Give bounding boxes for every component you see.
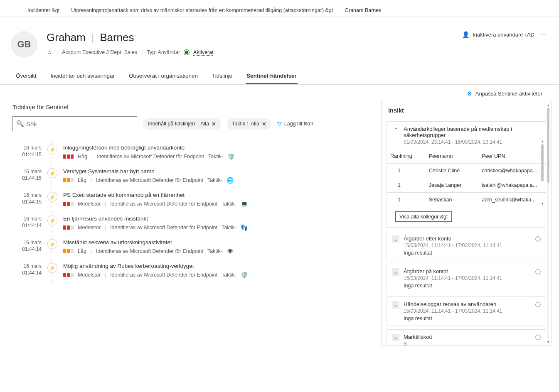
tactic-label: Taktik- bbox=[207, 177, 222, 183]
timeline-item-meta: Medelstor|Identifieras av Microsoft Defe… bbox=[63, 272, 372, 278]
detection-source: Identifieras av Microsoft Defender för E… bbox=[110, 201, 217, 207]
info-icon[interactable]: ⓘ bbox=[535, 268, 541, 276]
page-title: Graham | Barnes bbox=[47, 31, 453, 44]
search-input[interactable] bbox=[12, 116, 137, 131]
timeline-item[interactable]: 16 mars01:44:15⚡Verktyget Sysinternals h… bbox=[12, 164, 372, 188]
timeline-node: ⚡ bbox=[47, 192, 58, 202]
insight-card: ⌄Åtgärder efter konto15/03/2024, 11:14:4… bbox=[387, 231, 546, 260]
breadcrumb-incidents[interactable]: Incidenter &gt bbox=[27, 7, 59, 13]
table-row[interactable]: 1Christie Clinechristiec@whakapapa... bbox=[387, 164, 546, 178]
severity-label: Medelstor bbox=[78, 225, 101, 230]
tactic-label: Taktik- bbox=[222, 201, 236, 207]
scroll-down-icon[interactable]: ▾ bbox=[540, 201, 544, 206]
filter-pill-content-value: Alla bbox=[200, 121, 209, 127]
scroll-up-icon[interactable]: ▴ bbox=[540, 139, 544, 143]
col-upn[interactable]: Peer UPN bbox=[478, 149, 546, 164]
chevron-down-icon[interactable]: ⌄ bbox=[392, 301, 399, 309]
peers-scrollbar[interactable]: ▴ ▾ bbox=[541, 139, 544, 206]
timeline-node: ⚡ bbox=[47, 239, 58, 249]
customize-activities-button[interactable]: Anpassa Sentinel-aktiviteter bbox=[475, 91, 542, 97]
tabs: Översikt Incidenter och aviseringar Obse… bbox=[0, 58, 559, 85]
insight-card-title: Åtgärder efter konto bbox=[404, 235, 531, 242]
tactic-label: Taktik- bbox=[207, 248, 222, 254]
scroll-thumb[interactable] bbox=[547, 108, 549, 183]
timeline-item-title: Möjlig användning av Rubes kerberoasting… bbox=[63, 263, 372, 269]
chevron-down-icon[interactable]: ⌄ bbox=[392, 268, 399, 276]
bolt-icon: ⚡ bbox=[47, 192, 57, 202]
filter-pill-content[interactable]: Innehåll på tidslinjen : Alla ✕ bbox=[143, 118, 221, 130]
scroll-up-icon[interactable]: ▴ bbox=[546, 103, 550, 107]
insight-panel: Insikt ⌃ Användarkolleger baserade på me… bbox=[381, 101, 552, 346]
severity-label: Medelstor bbox=[78, 272, 101, 278]
col-rank[interactable]: Rankning bbox=[387, 149, 426, 164]
insight-card-range: S bbox=[404, 341, 531, 346]
detection-source: Identifieras av Microsoft Defender för E… bbox=[110, 272, 217, 278]
user-disable-icon: 👤 bbox=[462, 31, 469, 38]
timeline-item-meta: Hög|Identifieras av Microsoft Defender f… bbox=[63, 153, 372, 160]
peers-card-range: 01/03/2024, 23:14:41 - 16/03/2024, 23:14… bbox=[404, 139, 541, 145]
timeline-date: 16 mars01:44:15 bbox=[12, 145, 42, 158]
status-link[interactable]: Aktiverat bbox=[193, 49, 214, 55]
timeline-item-meta: Låg|Identifieras av Microsoft Defender f… bbox=[63, 248, 372, 255]
role-text: Account Executive J Dept. Sales bbox=[62, 49, 137, 55]
timeline-item[interactable]: 16 mars01:44:14⚡Möjlig användning av Rub… bbox=[12, 259, 372, 282]
filter-pill-tactic-clear[interactable]: ✕ bbox=[262, 121, 266, 127]
info-icon[interactable]: ⓘ bbox=[535, 301, 541, 309]
severity-icon bbox=[63, 273, 74, 277]
insight-card: ⌄Händelseloggar rensas av användaren15/0… bbox=[387, 296, 546, 326]
tactic-icon: 👣 bbox=[241, 224, 248, 231]
info-icon[interactable]: ⓘ bbox=[535, 334, 541, 341]
gear-icon: ⚙ bbox=[467, 91, 472, 97]
add-filter-button[interactable]: ▽ Lägg till filter bbox=[277, 120, 313, 127]
severity-icon bbox=[63, 249, 74, 253]
breadcrumb-incident-name[interactable]: Utpressningstrojanattack som drivs av mä… bbox=[71, 7, 333, 13]
scroll-thumb[interactable] bbox=[541, 144, 544, 181]
timeline-item[interactable]: 16 mars01:44:15⚡Inloggningsförsök med be… bbox=[12, 140, 372, 164]
cell-name: Jesaja Langer bbox=[426, 178, 478, 193]
chevron-up-icon[interactable]: ⌃ bbox=[392, 126, 399, 133]
table-row[interactable]: 1Sebastianadm_seullric@whaka... bbox=[387, 193, 546, 207]
severity-label: Hög bbox=[78, 154, 87, 159]
tab-incidents[interactable]: Incidenter och aviseringar bbox=[50, 73, 116, 84]
insight-scrollbar[interactable]: ▴ ▾ bbox=[546, 103, 550, 344]
severity-icon bbox=[63, 225, 74, 230]
cell-name: Sebastian bbox=[426, 193, 478, 207]
timeline-item[interactable]: 16 mars01:44:15⚡PS Exec startade ett kom… bbox=[12, 188, 372, 211]
tab-sentinel[interactable]: Sentinel-händelser bbox=[246, 73, 298, 84]
table-row[interactable]: 1Jesaja Langerisaiahl@whakapapa.a... bbox=[387, 178, 546, 193]
filter-pill-tactic-value: Alla bbox=[251, 121, 259, 127]
show-all-peers-link[interactable]: Visa alla kollegor &gt bbox=[395, 211, 452, 222]
timeline-item-meta: Låg|Identifieras av Microsoft Defender f… bbox=[63, 177, 372, 184]
col-name[interactable]: Peernamn bbox=[426, 149, 478, 164]
breadcrumb-current: Graham Barnes bbox=[345, 7, 381, 13]
more-actions-button[interactable]: ⋯ bbox=[538, 32, 548, 38]
insight-card: ⌄Åtgärder på kontot15/03/2024, 11:14:41 … bbox=[387, 264, 546, 293]
severity-label: Medelstor bbox=[78, 201, 101, 207]
disable-user-button[interactable]: Inaktivera användare i AD bbox=[473, 32, 534, 38]
insight-card-peers: ⌃ Användarkolleger baserade på medlemska… bbox=[387, 121, 546, 228]
tab-overview[interactable]: Översikt bbox=[15, 73, 37, 84]
entity-subtitle: ⛬ | Account Executive J Dept. Sales | Ty… bbox=[47, 49, 453, 56]
filter-pill-content-label: Innehåll på tidslinjen : bbox=[148, 121, 198, 127]
severity-label: Låg bbox=[78, 177, 86, 183]
first-name: Graham bbox=[47, 31, 86, 44]
scroll-down-icon[interactable]: ▾ bbox=[546, 340, 550, 344]
tab-timeline[interactable]: Tidslinje bbox=[211, 73, 233, 84]
search-icon: 🔍 bbox=[16, 120, 24, 127]
info-icon[interactable]: ⓘ bbox=[535, 235, 541, 243]
chevron-down-icon[interactable]: ⌄ bbox=[392, 235, 399, 243]
timeline-item[interactable]: 16 mars01:44:14⚡Misstänkt sekvens av utf… bbox=[12, 235, 372, 259]
timeline-date: 16 mars01:44:14 bbox=[12, 239, 42, 252]
timeline-item-meta: Medelstor|Identifieras av Microsoft Defe… bbox=[63, 224, 372, 231]
content-toolbar: ⚙ Anpassa Sentinel-aktiviteter bbox=[0, 85, 559, 101]
chevron-down-icon[interactable]: ⌄ bbox=[392, 334, 399, 341]
tab-observed[interactable]: Observerat i organisationen bbox=[128, 73, 199, 84]
filter-pill-tactic[interactable]: Taktik : Alla ✕ bbox=[227, 118, 271, 130]
peers-table: Rankning Peernamn Peer UPN 1Christie Cli… bbox=[387, 149, 546, 207]
severity-icon bbox=[63, 202, 74, 206]
insight-card-result: Inga resultat bbox=[404, 316, 531, 321]
timeline-item[interactable]: 16 mars01:44:14⚡En fjärrresurs användes … bbox=[12, 211, 372, 235]
tactic-icon: 🛡️ bbox=[227, 153, 234, 160]
timeline-node: ⚡ bbox=[47, 263, 58, 273]
filter-pill-content-clear[interactable]: ✕ bbox=[212, 121, 216, 127]
